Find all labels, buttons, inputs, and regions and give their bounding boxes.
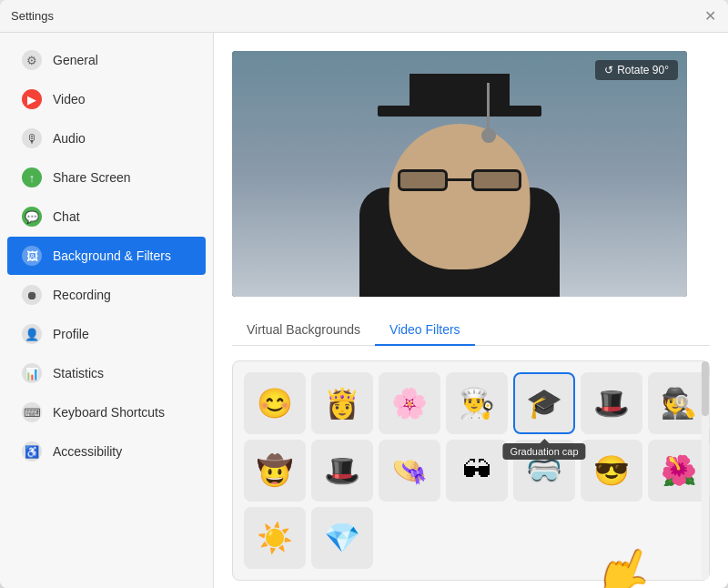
filter-flower-icon: 🌸 xyxy=(391,386,428,421)
sidebar-label-keyboard: Keyboard Shortcuts xyxy=(53,405,165,420)
titlebar: Settings ✕ xyxy=(0,0,728,33)
filter-widehat-icon: 👒 xyxy=(391,453,428,488)
filter-item-chef[interactable]: 👨‍🍳 xyxy=(446,372,508,434)
recording-icon: ⏺ xyxy=(22,285,42,305)
filter-item-blackhat[interactable]: 🎩 xyxy=(311,440,373,502)
filter-item-diamond[interactable]: 💎 xyxy=(311,507,373,569)
sidebar-label-background: Background & Filters xyxy=(53,248,171,263)
tabs-container: Virtual Backgrounds Video Filters xyxy=(232,315,710,346)
filter-item-cowboy[interactable]: 🤠 xyxy=(244,440,306,502)
rotate-label: Rotate 90° xyxy=(617,64,669,76)
tab-video-filters[interactable]: Video Filters xyxy=(375,315,475,346)
sidebar: ⚙ General ▶ Video 🎙 Audio ↑ Share Screen… xyxy=(0,33,214,588)
close-button[interactable]: ✕ xyxy=(703,9,717,24)
filter-chef-icon: 👨‍🍳 xyxy=(459,386,495,421)
statistics-icon: 📊 xyxy=(22,363,42,383)
filter-darkglasses-icon: 🌺 xyxy=(661,453,697,488)
background-icon: 🖼 xyxy=(22,246,42,266)
filter-item-crown[interactable]: 😊 xyxy=(244,372,306,434)
sidebar-label-audio: Audio xyxy=(53,131,86,146)
filter-item-circle[interactable]: ☀️ xyxy=(244,507,306,569)
sidebar-label-video: Video xyxy=(53,92,86,106)
sidebar-item-profile[interactable]: 👤 Profile xyxy=(7,315,206,353)
person-figure xyxy=(232,51,687,297)
profile-icon: 👤 xyxy=(22,324,42,344)
graduation-tooltip: Graduation cap xyxy=(502,443,585,460)
sidebar-item-general[interactable]: ⚙ General xyxy=(7,41,206,79)
sidebar-item-statistics[interactable]: 📊 Statistics xyxy=(7,354,206,392)
sidebar-label-share-screen: Share Screen xyxy=(53,170,131,185)
filter-cowboy-icon: 🤠 xyxy=(257,453,293,488)
filter-blackhat-icon: 🎩 xyxy=(324,453,360,488)
scrollbar-thumb[interactable] xyxy=(702,361,709,416)
sidebar-item-share-screen[interactable]: ↑ Share Screen xyxy=(7,158,206,197)
audio-icon: 🎙 xyxy=(22,128,42,148)
sidebar-item-chat[interactable]: 💬 Chat xyxy=(7,198,206,236)
window-title: Settings xyxy=(11,9,54,23)
filters-grid: 😊 👸 🌸 👨‍🍳 🎓 Graduation cap xyxy=(232,360,710,581)
filter-sunglasses-icon: 😎 xyxy=(593,453,630,488)
filter-item-darkglasses[interactable]: 🌺 xyxy=(648,440,710,502)
scrollbar-track xyxy=(702,361,709,580)
sidebar-item-background[interactable]: 🖼 Background & Filters xyxy=(7,237,206,275)
sidebar-label-statistics: Statistics xyxy=(53,366,104,380)
filter-item-sunglasses[interactable]: 😎 xyxy=(581,440,642,502)
filter-item-widehat[interactable]: 👒 xyxy=(379,440,440,502)
filter-circle-icon: ☀️ xyxy=(257,521,293,555)
video-icon: ▶ xyxy=(22,89,42,109)
sidebar-label-accessibility: Accessibility xyxy=(53,444,122,459)
filter-spy-icon: 🕵️ xyxy=(661,386,697,421)
sidebar-label-recording: Recording xyxy=(53,288,111,302)
sidebar-item-accessibility[interactable]: ♿ Accessibility xyxy=(7,432,206,471)
general-icon: ⚙ xyxy=(22,50,42,70)
filter-beret-icon: 🎩 xyxy=(593,386,630,421)
main-content: ↺ Rotate 90° Virtual Backgrounds Video F… xyxy=(214,33,728,588)
video-preview: ↺ Rotate 90° xyxy=(232,51,687,297)
filter-item-spy[interactable]: 🕵️ xyxy=(648,372,710,434)
sidebar-label-chat: Chat xyxy=(53,209,80,224)
sidebar-label-profile: Profile xyxy=(53,327,89,341)
rotate-button[interactable]: ↺ Rotate 90° xyxy=(595,60,678,80)
filter-crown-icon: 😊 xyxy=(257,386,293,421)
filter-graduation-icon: 🎓 xyxy=(526,386,562,421)
content-area: ⚙ General ▶ Video 🎙 Audio ↑ Share Screen… xyxy=(0,33,728,588)
tab-virtual-backgrounds[interactable]: Virtual Backgrounds xyxy=(232,315,375,346)
filter-3dglasses-icon: 🕶 xyxy=(462,454,491,488)
sidebar-label-general: General xyxy=(53,53,98,67)
share-screen-icon: ↑ xyxy=(22,167,42,188)
filter-item-beret[interactable]: 🎩 xyxy=(581,372,642,434)
sidebar-item-recording[interactable]: ⏺ Recording xyxy=(7,276,206,314)
filter-item-princess[interactable]: 👸 xyxy=(311,372,373,434)
sidebar-item-audio[interactable]: 🎙 Audio xyxy=(7,119,206,157)
settings-window: Settings ✕ ⚙ General ▶ Video 🎙 Audio ↑ xyxy=(0,0,728,588)
sidebar-item-keyboard[interactable]: ⌨ Keyboard Shortcuts xyxy=(7,393,206,431)
keyboard-icon: ⌨ xyxy=(22,402,42,422)
filter-princess-icon: 👸 xyxy=(324,386,360,421)
accessibility-icon: ♿ xyxy=(22,441,42,461)
chat-icon: 💬 xyxy=(22,207,42,227)
sidebar-item-video[interactable]: ▶ Video xyxy=(7,80,206,118)
filter-item-graduation[interactable]: 🎓 Graduation cap xyxy=(513,372,575,434)
rotate-icon: ↺ xyxy=(604,64,613,76)
filter-item-3dglasses[interactable]: 🕶 xyxy=(446,440,508,502)
filter-diamond-icon: 💎 xyxy=(324,521,360,555)
filters-container: 😊 👸 🌸 👨‍🍳 🎓 Graduation cap xyxy=(232,360,710,581)
filter-item-flower[interactable]: 🌸 xyxy=(379,372,440,434)
